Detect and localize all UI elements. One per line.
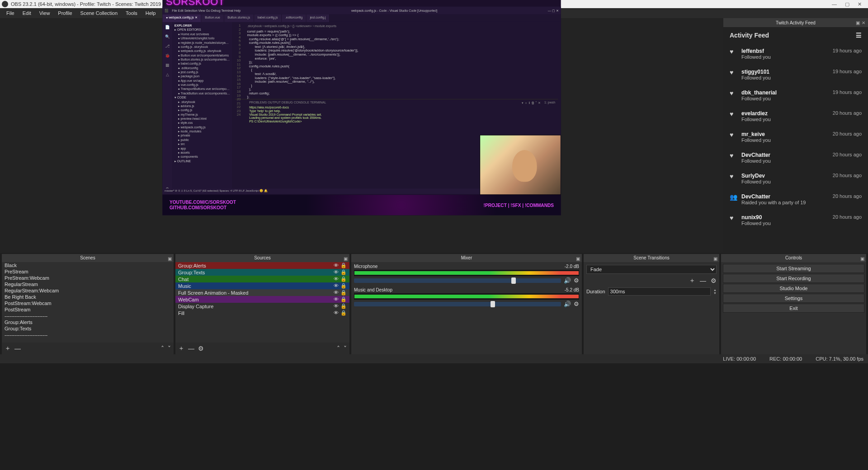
feed-item[interactable]: ♥mr_keiveFollowed you20 hours ago xyxy=(723,127,868,147)
source-item[interactable]: WebCam👁🔒 xyxy=(175,296,349,303)
scenes-popout-icon[interactable]: ▣ xyxy=(168,255,172,263)
transitions-popout-icon[interactable]: ▣ xyxy=(713,255,717,263)
source-visibility-icon[interactable]: 👁 xyxy=(334,296,339,302)
sources-list[interactable]: Group:Alerts👁🔒Group:Texts👁🔒Chat👁🔒Music👁🔒… xyxy=(175,262,349,343)
menu-tools[interactable]: Tools xyxy=(122,9,141,17)
control-settings[interactable]: Settings xyxy=(723,294,864,303)
source-lock-icon[interactable]: 🔒 xyxy=(340,296,347,302)
scene-item[interactable]: -------------------------- xyxy=(2,313,174,319)
source-settings-icon[interactable]: ⚙ xyxy=(198,345,204,352)
feed-item[interactable]: ♥dbk_thanerialFollowed you19 hours ago xyxy=(723,85,868,106)
source-item[interactable]: Group:Texts👁🔒 xyxy=(175,269,349,276)
menu-edit[interactable]: Edit xyxy=(19,9,35,17)
dock-close-icon[interactable]: ✕ xyxy=(862,20,865,25)
scene-down-icon[interactable]: ˅ xyxy=(168,345,171,352)
feed-item[interactable]: ♥evelardiezFollowed you20 hours ago xyxy=(723,106,868,127)
scene-item[interactable]: RegularStream xyxy=(2,281,174,287)
scene-item[interactable]: Be Right Back xyxy=(2,294,174,300)
dock-popout-icon[interactable]: ▣ xyxy=(856,20,860,25)
scene-item[interactable]: PreStream xyxy=(2,268,174,275)
mixer-channel: Microphone-2.0 dB🔊⚙ xyxy=(351,262,582,286)
duration-down-icon[interactable]: ▼ xyxy=(713,291,717,295)
source-add-icon[interactable]: ＋ xyxy=(178,344,184,352)
source-lock-icon[interactable]: 🔒 xyxy=(340,276,347,282)
source-lock-icon[interactable]: 🔒 xyxy=(340,310,347,316)
control-studio-mode[interactable]: Studio Mode xyxy=(723,284,864,293)
source-visibility-icon[interactable]: 👁 xyxy=(334,303,339,309)
source-item[interactable]: Fill👁🔒 xyxy=(175,310,349,316)
scene-item[interactable]: Group:Alerts xyxy=(2,319,174,325)
feed-item[interactable]: ♥nunix90Followed you20 hours ago xyxy=(723,210,868,230)
controls-popout-icon[interactable]: ▣ xyxy=(860,255,864,263)
menu-help[interactable]: Help xyxy=(142,9,160,17)
feed-username: mr_keive xyxy=(741,131,828,137)
mixer-popout-icon[interactable]: ▣ xyxy=(576,255,580,263)
source-lock-icon[interactable]: 🔒 xyxy=(340,263,347,268)
status-live: LIVE: 00:00:00 xyxy=(723,356,756,362)
scene-item[interactable]: PostStream xyxy=(2,306,174,313)
transition-select[interactable]: Fade xyxy=(586,265,717,274)
source-lock-icon[interactable]: 🔒 xyxy=(340,303,347,309)
source-visibility-icon[interactable]: 👁 xyxy=(334,263,339,268)
feed-item[interactable]: ♥DevChatterFollowed you20 hours ago xyxy=(723,147,868,168)
feed-heart-icon: ♥ xyxy=(730,173,737,184)
preview-area[interactable]: SORSKOOT ⬛ File Edit Selection View Go D… xyxy=(0,18,723,253)
feed-settings-icon[interactable]: ☰ xyxy=(856,32,862,39)
control-start-recording[interactable]: Start Recording xyxy=(723,274,864,283)
scene-item[interactable]: -------------------------- xyxy=(2,332,174,338)
menu-profile[interactable]: Profile xyxy=(54,9,75,17)
transition-remove-icon[interactable]: — xyxy=(700,277,706,284)
mixer-slider[interactable] xyxy=(354,278,561,283)
scene-item[interactable]: Black xyxy=(2,262,174,268)
mixer-settings-icon[interactable]: ⚙ xyxy=(574,301,579,307)
transition-settings-icon[interactable]: ⚙ xyxy=(711,277,717,284)
source-visibility-icon[interactable]: 👁 xyxy=(334,269,339,275)
source-visibility-icon[interactable]: 👁 xyxy=(334,283,339,289)
scene-up-icon[interactable]: ˄ xyxy=(161,345,164,352)
maximize-icon[interactable]: ▢ xyxy=(845,1,849,7)
source-item[interactable]: Chat👁🔒 xyxy=(175,276,349,282)
transition-add-icon[interactable]: ＋ xyxy=(689,277,695,285)
scene-remove-icon[interactable]: — xyxy=(14,345,21,352)
feed-item[interactable]: 👥DevChatterRaided you with a party of 19… xyxy=(723,189,868,210)
menu-file[interactable]: File xyxy=(3,9,18,17)
source-lock-icon[interactable]: 🔒 xyxy=(340,290,347,296)
source-visibility-icon[interactable]: 👁 xyxy=(334,310,339,316)
source-up-icon[interactable]: ˄ xyxy=(337,345,340,352)
duration-input[interactable] xyxy=(608,287,711,296)
source-item[interactable]: Full Screen Animation - Masked👁🔒 xyxy=(175,289,349,296)
source-label: Music xyxy=(178,283,191,289)
source-down-icon[interactable]: ˅ xyxy=(344,345,347,352)
scene-item[interactable]: RegularStream:Webcam xyxy=(2,287,174,294)
menu-view[interactable]: View xyxy=(36,9,54,17)
control-exit[interactable]: Exit xyxy=(723,304,864,313)
duration-up-icon[interactable]: ▲ xyxy=(713,288,717,291)
minimize-icon[interactable]: — xyxy=(832,1,837,7)
source-lock-icon[interactable]: 🔒 xyxy=(340,269,347,275)
source-item[interactable]: Group:Alerts👁🔒 xyxy=(175,262,349,269)
close-icon[interactable]: ✕ xyxy=(858,1,862,7)
mixer-mute-icon[interactable]: 🔊 xyxy=(564,301,571,307)
sources-popout-icon[interactable]: ▣ xyxy=(344,255,348,263)
source-visibility-icon[interactable]: 👁 xyxy=(334,276,339,282)
scene-add-icon[interactable]: ＋ xyxy=(5,344,11,352)
feed-item[interactable]: ♥SurlyDevFollowed you20 hours ago xyxy=(723,168,868,189)
feed-item[interactable]: ♥leffenbsfFollowed you19 hours ago xyxy=(723,43,868,64)
source-remove-icon[interactable]: — xyxy=(188,345,194,352)
sources-title: Sources xyxy=(254,255,271,260)
scene-item[interactable]: PostStream:Webcam xyxy=(2,300,174,306)
mixer-mute-icon[interactable]: 🔊 xyxy=(564,277,571,284)
scene-item[interactable]: Group:Texts xyxy=(2,325,174,332)
menu-scene-collection[interactable]: Scene Collection xyxy=(77,9,122,17)
mixer-slider[interactable] xyxy=(354,302,561,306)
activity-feed-dock: Twitch Activity Feed ▣✕ Activity Feed ☰ … xyxy=(723,18,868,253)
feed-item[interactable]: ♥stiggy0101Followed you19 hours ago xyxy=(723,64,868,85)
source-visibility-icon[interactable]: 👁 xyxy=(334,290,339,296)
control-start-streaming[interactable]: Start Streaming xyxy=(723,264,864,273)
source-lock-icon[interactable]: 🔒 xyxy=(340,283,347,289)
source-item[interactable]: Display Capture👁🔒 xyxy=(175,303,349,310)
scene-item[interactable]: PreStream:Webcam xyxy=(2,275,174,281)
mixer-settings-icon[interactable]: ⚙ xyxy=(574,277,579,284)
source-item[interactable]: Music👁🔒 xyxy=(175,282,349,289)
scenes-list[interactable]: BlackPreStreamPreStream:WebcamRegularStr… xyxy=(2,262,174,343)
